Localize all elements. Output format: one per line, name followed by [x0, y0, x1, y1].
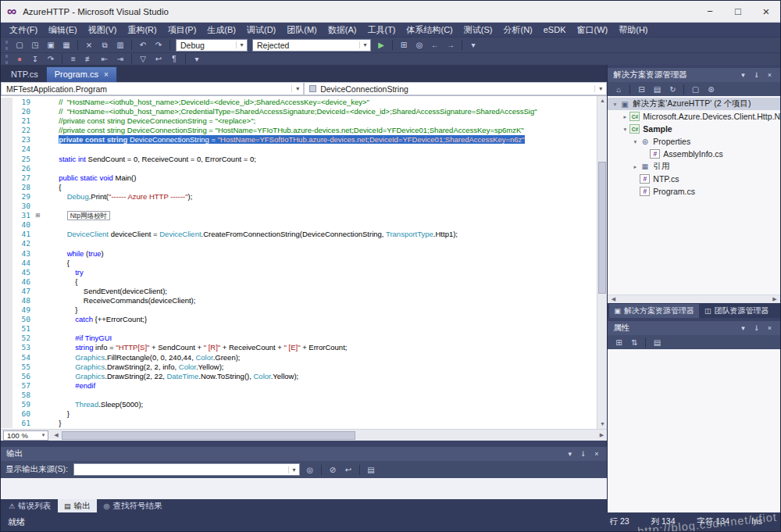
close-tab-icon[interactable]: ×	[104, 70, 109, 79]
navigate-backward-icon[interactable]: ←	[428, 39, 442, 51]
breakpoint-margin[interactable]	[1, 400, 12, 409]
breakpoint-margin[interactable]	[1, 155, 12, 164]
step-over-icon[interactable]: ↷	[44, 53, 58, 65]
menu-item-12[interactable]: 分析(N)	[497, 23, 537, 37]
breakpoint-margin[interactable]	[1, 211, 12, 220]
tree-item-1[interactable]: ▸C#Microsoft.Azure.Devices.Client.Http.N	[608, 110, 780, 123]
code-text[interactable]: //private const string DeviceConnectionS…	[42, 126, 607, 135]
start-debug-icon[interactable]: ▶	[374, 39, 388, 51]
code-text[interactable]: }	[42, 419, 607, 428]
minimize-button[interactable]: −	[696, 1, 724, 22]
breakpoint-margin[interactable]	[1, 98, 12, 107]
code-text[interactable]: Graphics.FillRectangle(0, 0, 240,44, Col…	[42, 353, 607, 362]
breakpoint-margin[interactable]	[1, 239, 12, 248]
tree-item-0[interactable]: ▾▣解决方案'AzureHTTP' (2 个项目)	[608, 98, 780, 110]
scroll-left-icon[interactable]: ◀	[51, 432, 62, 438]
menu-item-1[interactable]: 编辑(E)	[43, 23, 83, 37]
code-text[interactable]: }	[42, 305, 607, 315]
tree-item-4[interactable]: #AssemblyInfo.cs	[608, 148, 780, 160]
close-panel-icon[interactable]: ×	[591, 450, 601, 458]
clear-all-icon[interactable]: ⊘	[326, 464, 340, 476]
menu-item-5[interactable]: 生成(B)	[201, 23, 241, 37]
code-text[interactable]: #endif	[42, 381, 607, 391]
code-text[interactable]	[42, 391, 607, 400]
menu-item-2[interactable]: 视图(V)	[83, 23, 123, 37]
maximize-button[interactable]: □	[724, 1, 752, 22]
find-message-icon[interactable]: ◎	[303, 464, 317, 476]
tool-tab-输出[interactable]: ▤输出	[58, 499, 97, 512]
code-text[interactable]: SendEvent(deviceClient);	[42, 287, 607, 296]
chevron-down-icon[interactable]: ▾	[288, 466, 299, 473]
breakpoint-icon[interactable]: ●	[12, 53, 27, 65]
undo-icon[interactable]: ↶	[136, 39, 150, 51]
output-source-combo[interactable]: ▾	[73, 463, 300, 476]
scrollbar-track[interactable]	[619, 295, 769, 304]
new-project-icon[interactable]: ▢	[12, 39, 27, 51]
code-text[interactable]: //private const string DeviceConnectionS…	[42, 116, 607, 126]
types-combo[interactable]: MFTestApplication.Program ▾	[1, 82, 304, 95]
increase-indent-icon[interactable]: ⇥	[113, 53, 127, 65]
breakpoint-margin[interactable]	[1, 305, 12, 315]
toolbar-grip[interactable]	[5, 41, 9, 50]
code-text[interactable]	[42, 220, 607, 230]
editor-horizontal-scrollbar[interactable]	[62, 431, 595, 440]
breakpoint-margin[interactable]	[1, 277, 12, 287]
close-panel-icon[interactable]: ×	[765, 324, 775, 332]
menu-item-9[interactable]: 工具(T)	[362, 23, 401, 37]
breakpoint-margin[interactable]	[1, 381, 12, 391]
alphabetical-icon[interactable]: ⇅	[627, 337, 641, 348]
code-text[interactable]: ReceiveCommands(deviceClient);	[42, 296, 607, 305]
tree-item-7[interactable]: #Program.cs	[608, 185, 780, 198]
redo-icon[interactable]: ↷	[152, 39, 166, 51]
decrease-indent-icon[interactable]: ⇤	[98, 53, 112, 65]
code-text[interactable]: private const string DeviceConnectionStr…	[42, 135, 607, 145]
chevron-down-icon[interactable]: ▾	[359, 41, 370, 48]
breakpoint-margin[interactable]	[1, 268, 12, 277]
expander-icon[interactable]: ▸	[620, 113, 629, 120]
step-into-icon[interactable]: ↧	[28, 53, 42, 65]
scroll-up-icon[interactable]: ▲	[600, 96, 605, 105]
code-text[interactable]: DeviceClient deviceClient = DeviceClient…	[42, 230, 607, 239]
breakpoint-margin[interactable]	[1, 107, 12, 116]
code-text[interactable]	[42, 145, 607, 154]
toggle-output-icon[interactable]: ▤	[364, 464, 378, 476]
menu-item-0[interactable]: 文件(F)	[4, 23, 43, 37]
breakpoint-margin[interactable]	[1, 315, 12, 324]
code-text[interactable]: string info = "HTTP[S]" + SendCount + " …	[42, 343, 607, 352]
se-tab-团队资源管理器[interactable]: ◫团队资源管理器	[700, 304, 774, 318]
splitter[interactable]	[1, 441, 607, 447]
members-combo[interactable]: DeviceConnectionString ▾	[304, 82, 607, 95]
code-text[interactable]: while (true)	[42, 249, 607, 259]
tree-item-2[interactable]: ▾C#Sample	[608, 123, 780, 135]
property-pages-icon[interactable]: ▤	[650, 337, 664, 348]
pin-icon[interactable]: ⊸	[580, 449, 587, 459]
window-position-icon[interactable]: ▾	[565, 450, 575, 458]
scroll-right-icon[interactable]: ▶	[596, 432, 607, 438]
menu-item-10[interactable]: 体系结构(C)	[401, 23, 458, 37]
title-bar[interactable]: ∞ AzureHTTP - Microsoft Visual Studio − …	[1, 1, 780, 23]
pin-icon[interactable]: ⊸	[753, 323, 761, 334]
work-item-state-combo[interactable]: Rejected ▾	[252, 39, 371, 52]
breakpoint-margin[interactable]	[1, 173, 12, 183]
breakpoint-margin[interactable]	[1, 259, 12, 268]
window-position-icon[interactable]: ▾	[738, 324, 748, 332]
breakpoint-margin[interactable]	[1, 145, 12, 154]
toggle-bookmark-icon[interactable]: ▽	[136, 53, 150, 65]
breakpoint-margin[interactable]	[1, 126, 12, 135]
code-text[interactable]	[42, 202, 607, 211]
doc-tab-NTP.cs[interactable]: NTP.cs	[3, 67, 46, 82]
menu-item-4[interactable]: 项目(P)	[162, 23, 202, 37]
output-content[interactable]	[1, 478, 607, 499]
tree-item-5[interactable]: ▸▦引用	[608, 160, 780, 173]
breakpoint-margin[interactable]	[1, 164, 12, 173]
code-text[interactable]	[42, 239, 607, 248]
show-all-files-icon[interactable]: ▤	[650, 84, 664, 95]
uncomment-selection-icon[interactable]: ≢	[82, 53, 96, 65]
breakpoint-margin[interactable]	[1, 183, 12, 192]
tool-tab-查找符号结果[interactable]: ◎查找符号结果	[98, 499, 169, 512]
se-horizontal-scrollbar[interactable]: ◀ ▶	[608, 295, 780, 303]
cut-icon[interactable]: ⨯	[82, 39, 96, 51]
code-editor[interactable]: 19 // "HostName=<iothub_host_name>;Devic…	[1, 96, 607, 429]
breakpoint-margin[interactable]	[1, 372, 12, 381]
code-text[interactable]	[42, 324, 607, 334]
